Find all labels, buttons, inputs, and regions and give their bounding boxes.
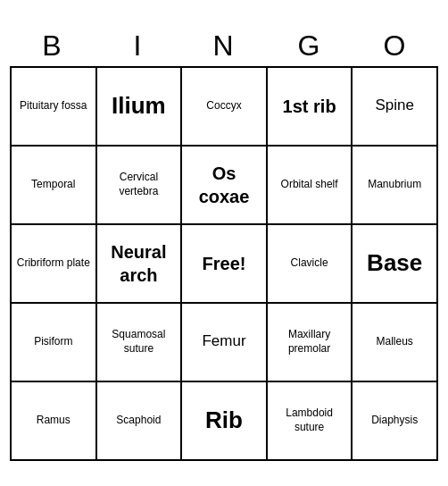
cell-label: Cribriform plate (17, 256, 90, 271)
cell-label: Base (367, 248, 422, 279)
cell-label: 1st rib (283, 95, 336, 118)
cell-label: Clavicle (291, 256, 328, 271)
cell-label: Ilium (112, 91, 166, 122)
bingo-cell: Squamosal suture (97, 304, 183, 382)
bingo-cell: Rib (182, 382, 268, 461)
bingo-cell: Scaphoid (97, 382, 183, 461)
cell-label: Malleus (377, 335, 413, 349)
cell-label: Lambdoid suture (271, 406, 348, 434)
bingo-cell: Malleus (353, 304, 438, 382)
bingo-cell: Free! (182, 225, 268, 304)
header-letter: I (95, 26, 181, 66)
header-letter: G (267, 26, 353, 66)
header-letter: O (353, 26, 438, 66)
bingo-cell: Os coxae (182, 147, 268, 225)
cell-label: Femur (202, 331, 245, 351)
cell-label: Pisiform (34, 335, 72, 349)
bingo-cell: Coccyx (182, 68, 268, 147)
cell-label: Coccyx (206, 99, 241, 113)
bingo-cell: Spine (353, 68, 438, 147)
cell-label: Os coxae (186, 162, 262, 208)
bingo-cell: Ilium (97, 68, 183, 147)
cell-label: Scaphoid (116, 414, 161, 428)
bingo-cell: Pituitary fossa (12, 68, 97, 147)
cell-label: Orbital shelf (281, 178, 338, 192)
bingo-cell: Manubrium (353, 147, 438, 225)
cell-label: Rib (205, 406, 243, 436)
bingo-cell: Lambdoid suture (268, 382, 353, 461)
bingo-cell: Neural arch (97, 225, 183, 304)
bingo-cell: Temporal (12, 147, 97, 225)
bingo-cell: 1st rib (268, 68, 353, 147)
header-letter: N (181, 26, 267, 66)
bingo-card: BINGO Pituitary fossaIliumCoccyx1st ribS… (10, 26, 438, 461)
bingo-cell: Clavicle (268, 225, 353, 304)
bingo-cell: Orbital shelf (268, 147, 353, 225)
cell-label: Spine (375, 96, 413, 115)
bingo-cell: Base (353, 225, 438, 304)
cell-label: Temporal (31, 178, 75, 192)
cell-label: Free! (203, 252, 246, 275)
cell-label: Neural arch (101, 240, 178, 287)
bingo-cell: Ramus (12, 382, 97, 461)
bingo-header: BINGO (10, 26, 438, 66)
cell-label: Cervical vertebra (101, 171, 178, 198)
bingo-cell: Pisiform (12, 304, 97, 382)
cell-label: Maxillary premolar (271, 328, 348, 356)
bingo-cell: Femur (182, 304, 268, 382)
cell-label: Ramus (37, 414, 71, 428)
cell-label: Manubrium (368, 178, 421, 192)
bingo-cell: Maxillary premolar (268, 304, 353, 382)
bingo-cell: Diaphysis (353, 382, 438, 461)
bingo-cell: Cribriform plate (12, 225, 97, 304)
cell-label: Diaphysis (371, 414, 418, 428)
cell-label: Pituitary fossa (20, 99, 87, 113)
bingo-cell: Cervical vertebra (97, 147, 183, 225)
bingo-grid: Pituitary fossaIliumCoccyx1st ribSpineTe… (10, 66, 438, 461)
header-letter: B (10, 26, 95, 66)
cell-label: Squamosal suture (101, 328, 178, 356)
